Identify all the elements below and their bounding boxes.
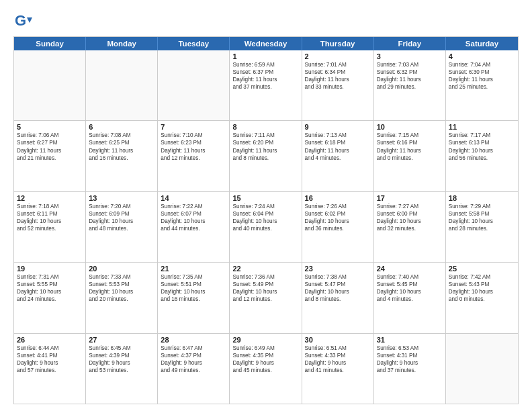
day-info: Sunrise: 7:35 AM Sunset: 5:51 PM Dayligh… [161,273,226,303]
day-info: Sunrise: 7:31 AM Sunset: 5:55 PM Dayligh… [17,273,83,303]
day-number: 12 [17,194,83,202]
day-number: 1 [232,52,298,60]
calendar-day-cell: 25Sunrise: 7:42 AM Sunset: 5:43 PM Dayli… [446,263,518,332]
calendar-week-row: 19Sunrise: 7:31 AM Sunset: 5:55 PM Dayli… [14,262,518,332]
page-header: G [13,12,519,31]
day-info: Sunrise: 6:51 AM Sunset: 4:33 PM Dayligh… [305,345,371,374]
day-info: Sunrise: 7:24 AM Sunset: 6:04 PM Dayligh… [232,203,298,232]
calendar-day-cell: 24Sunrise: 7:40 AM Sunset: 5:45 PM Dayli… [374,263,446,332]
day-number: 14 [161,194,226,202]
calendar-day-cell: 10Sunrise: 7:15 AM Sunset: 6:16 PM Dayli… [374,121,446,191]
calendar-day-cell: 8Sunrise: 7:11 AM Sunset: 6:20 PM Daylig… [230,121,302,191]
svg-marker-2 [27,17,32,23]
day-info: Sunrise: 7:27 AM Sunset: 6:00 PM Dayligh… [377,203,443,232]
calendar-day-cell: 12Sunrise: 7:18 AM Sunset: 6:11 PM Dayli… [14,192,86,262]
calendar: SundayMondayTuesdayWednesdayThursdayFrid… [13,36,519,404]
calendar-day-cell: 2Sunrise: 7:01 AM Sunset: 6:34 PM Daylig… [302,50,374,120]
day-number: 7 [161,123,226,131]
day-number: 27 [89,336,154,344]
day-info: Sunrise: 7:38 AM Sunset: 5:47 PM Dayligh… [305,273,371,303]
calendar-day-cell: 18Sunrise: 7:29 AM Sunset: 5:58 PM Dayli… [446,192,518,262]
day-number: 4 [449,52,515,60]
day-info: Sunrise: 7:11 AM Sunset: 6:20 PM Dayligh… [232,132,298,161]
calendar-day-cell: 13Sunrise: 7:20 AM Sunset: 6:09 PM Dayli… [86,192,158,262]
day-number: 30 [305,336,371,344]
calendar-week-row: 5Sunrise: 7:06 AM Sunset: 6:27 PM Daylig… [14,120,518,191]
day-number: 28 [161,336,226,344]
calendar-header-cell: Saturday [446,37,518,50]
day-number: 16 [305,194,371,202]
day-number: 25 [449,265,515,273]
day-number: 24 [377,265,443,273]
calendar-day-cell: 22Sunrise: 7:36 AM Sunset: 5:49 PM Dayli… [230,263,302,332]
calendar-header-cell: Tuesday [158,37,230,50]
day-info: Sunrise: 7:03 AM Sunset: 6:32 PM Dayligh… [377,61,443,91]
day-number: 26 [17,336,83,344]
day-number: 8 [232,123,298,131]
calendar-day-cell: 26Sunrise: 6:44 AM Sunset: 4:41 PM Dayli… [14,334,86,404]
day-info: Sunrise: 7:20 AM Sunset: 6:09 PM Dayligh… [89,203,154,232]
day-info: Sunrise: 7:36 AM Sunset: 5:49 PM Dayligh… [232,273,298,303]
calendar-day-cell: 21Sunrise: 7:35 AM Sunset: 5:51 PM Dayli… [158,263,230,332]
calendar-header-cell: Friday [374,37,446,50]
day-number: 17 [377,194,443,202]
calendar-day-cell: 27Sunrise: 6:45 AM Sunset: 4:39 PM Dayli… [86,334,158,404]
day-info: Sunrise: 6:44 AM Sunset: 4:41 PM Dayligh… [17,345,83,374]
calendar-empty-cell [158,50,230,120]
day-info: Sunrise: 6:45 AM Sunset: 4:39 PM Dayligh… [89,345,154,374]
calendar-day-cell: 3Sunrise: 7:03 AM Sunset: 6:32 PM Daylig… [374,50,446,120]
calendar-body: 1Sunrise: 6:59 AM Sunset: 6:37 PM Daylig… [14,50,518,404]
day-info: Sunrise: 6:49 AM Sunset: 4:35 PM Dayligh… [232,345,298,374]
calendar-day-cell: 17Sunrise: 7:27 AM Sunset: 6:00 PM Dayli… [374,192,446,262]
day-number: 31 [377,336,443,344]
calendar-day-cell: 7Sunrise: 7:10 AM Sunset: 6:23 PM Daylig… [158,121,230,191]
calendar-empty-cell [446,334,518,404]
day-number: 5 [17,123,83,131]
day-info: Sunrise: 7:22 AM Sunset: 6:07 PM Dayligh… [161,203,226,232]
day-info: Sunrise: 7:29 AM Sunset: 5:58 PM Dayligh… [449,203,515,232]
calendar-header-cell: Wednesday [230,37,302,50]
day-info: Sunrise: 7:33 AM Sunset: 5:53 PM Dayligh… [89,273,154,303]
calendar-day-cell: 31Sunrise: 6:53 AM Sunset: 4:31 PM Dayli… [374,334,446,404]
calendar-day-cell: 1Sunrise: 6:59 AM Sunset: 6:37 PM Daylig… [230,50,302,120]
day-info: Sunrise: 6:47 AM Sunset: 4:37 PM Dayligh… [161,345,226,374]
calendar-day-cell: 16Sunrise: 7:26 AM Sunset: 6:02 PM Dayli… [302,192,374,262]
day-info: Sunrise: 7:01 AM Sunset: 6:34 PM Dayligh… [305,61,371,91]
calendar-day-cell: 11Sunrise: 7:17 AM Sunset: 6:13 PM Dayli… [446,121,518,191]
day-info: Sunrise: 7:26 AM Sunset: 6:02 PM Dayligh… [305,203,371,232]
calendar-day-cell: 23Sunrise: 7:38 AM Sunset: 5:47 PM Dayli… [302,263,374,332]
day-number: 20 [89,265,154,273]
calendar-week-row: 1Sunrise: 6:59 AM Sunset: 6:37 PM Daylig… [14,50,518,120]
logo: G [13,12,35,31]
day-number: 22 [232,265,298,273]
day-number: 6 [89,123,154,131]
day-number: 3 [377,52,443,60]
day-number: 23 [305,265,371,273]
calendar-day-cell: 14Sunrise: 7:22 AM Sunset: 6:07 PM Dayli… [158,192,230,262]
day-number: 15 [232,194,298,202]
calendar-day-cell: 6Sunrise: 7:08 AM Sunset: 6:25 PM Daylig… [86,121,158,191]
day-info: Sunrise: 7:17 AM Sunset: 6:13 PM Dayligh… [449,132,515,161]
calendar-empty-cell [86,50,158,120]
svg-text:G: G [15,12,26,29]
day-info: Sunrise: 7:15 AM Sunset: 6:16 PM Dayligh… [377,132,443,161]
calendar-header-cell: Thursday [302,37,374,50]
day-number: 21 [161,265,226,273]
calendar-empty-cell [14,50,86,120]
calendar-day-cell: 5Sunrise: 7:06 AM Sunset: 6:27 PM Daylig… [14,121,86,191]
day-info: Sunrise: 7:40 AM Sunset: 5:45 PM Dayligh… [377,273,443,303]
day-number: 19 [17,265,83,273]
calendar-day-cell: 19Sunrise: 7:31 AM Sunset: 5:55 PM Dayli… [14,263,86,332]
day-number: 13 [89,194,154,202]
calendar-week-row: 26Sunrise: 6:44 AM Sunset: 4:41 PM Dayli… [14,333,518,404]
day-info: Sunrise: 7:10 AM Sunset: 6:23 PM Dayligh… [161,132,226,161]
calendar-day-cell: 28Sunrise: 6:47 AM Sunset: 4:37 PM Dayli… [158,334,230,404]
day-number: 9 [305,123,371,131]
day-info: Sunrise: 7:18 AM Sunset: 6:11 PM Dayligh… [17,203,83,232]
calendar-day-cell: 9Sunrise: 7:13 AM Sunset: 6:18 PM Daylig… [302,121,374,191]
day-info: Sunrise: 7:08 AM Sunset: 6:25 PM Dayligh… [89,132,154,161]
logo-icon: G [13,12,32,31]
day-number: 29 [232,336,298,344]
day-info: Sunrise: 6:59 AM Sunset: 6:37 PM Dayligh… [232,61,298,91]
day-info: Sunrise: 7:06 AM Sunset: 6:27 PM Dayligh… [17,132,83,161]
